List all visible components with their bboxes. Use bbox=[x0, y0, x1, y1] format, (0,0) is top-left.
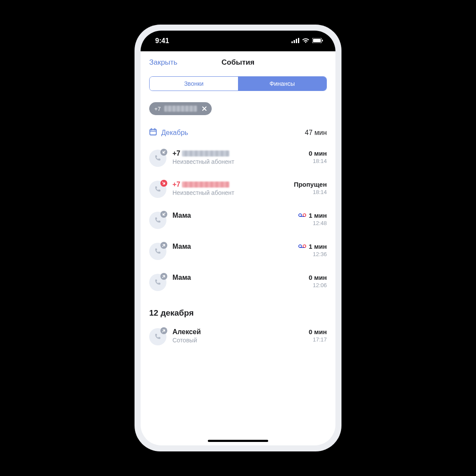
call-row[interactable]: +7 Неизвестный абонентПропущен18:14 bbox=[149, 173, 327, 204]
call-time: 12:48 bbox=[313, 220, 327, 226]
svg-rect-0 bbox=[291, 41, 293, 43]
call-avatar bbox=[149, 328, 166, 345]
svg-rect-5 bbox=[313, 39, 321, 42]
tab-calls[interactable]: Звонки bbox=[150, 77, 238, 91]
call-duration: Пропущен bbox=[294, 181, 327, 188]
call-row[interactable]: Мама0 мин12:06 bbox=[149, 266, 327, 297]
svg-rect-7 bbox=[150, 129, 157, 135]
direction-badge bbox=[160, 180, 167, 187]
redacted-number bbox=[182, 150, 229, 157]
section-header: 12 декабря bbox=[141, 297, 335, 320]
phone-frame: 9:41 Закрыть События Звонки Финансы bbox=[135, 25, 341, 451]
call-time: 12:06 bbox=[313, 282, 327, 288]
call-title-line: Мама bbox=[172, 243, 292, 251]
call-row[interactable]: +7 Неизвестный абонент0 мин18:14 bbox=[149, 142, 327, 173]
call-duration: 1 мин bbox=[298, 212, 327, 219]
redacted-number bbox=[182, 182, 229, 188]
call-title-line: Алексей bbox=[172, 328, 303, 336]
app-header: Закрыть События bbox=[141, 51, 335, 73]
signal-icon bbox=[291, 37, 299, 45]
call-avatar bbox=[149, 150, 166, 167]
call-main: Мама bbox=[172, 212, 292, 219]
call-right: Пропущен18:14 bbox=[294, 181, 327, 195]
battery-icon bbox=[312, 37, 323, 45]
call-time: 12:36 bbox=[313, 251, 327, 257]
home-indicator bbox=[208, 440, 268, 442]
tab-finance[interactable]: Финансы bbox=[238, 77, 326, 91]
close-button[interactable]: Закрыть bbox=[149, 58, 177, 67]
status-time: 9:41 bbox=[155, 37, 169, 45]
call-title-prefix: +7 bbox=[172, 150, 180, 157]
filter-chip-row: +7 bbox=[141, 91, 335, 119]
call-time: 18:14 bbox=[313, 189, 327, 195]
call-subtitle: Неизвестный абонент bbox=[172, 158, 303, 165]
call-title: Мама bbox=[172, 274, 191, 282]
call-right: 0 мин12:06 bbox=[309, 274, 327, 288]
call-main: +7 Неизвестный абонент bbox=[172, 150, 303, 165]
call-row[interactable]: АлексейСотовый0 мин17:17 bbox=[149, 320, 327, 351]
notch bbox=[195, 31, 281, 44]
call-row[interactable]: Мама1 мин12:36 bbox=[149, 235, 327, 266]
month-label: Декабрь bbox=[161, 129, 188, 137]
call-avatar bbox=[149, 181, 166, 198]
call-row[interactable]: Мама1 мин12:48 bbox=[149, 204, 327, 235]
call-duration: 1 мин bbox=[298, 243, 327, 250]
call-title-line: +7 bbox=[172, 150, 303, 157]
svg-rect-1 bbox=[294, 40, 295, 43]
status-icons bbox=[291, 37, 323, 45]
direction-badge bbox=[160, 273, 167, 280]
voicemail-icon bbox=[298, 213, 306, 218]
call-main: Мама bbox=[172, 274, 303, 282]
call-title: Мама bbox=[172, 243, 191, 251]
filter-chip-prefix: +7 bbox=[154, 106, 161, 112]
calendar-icon bbox=[149, 128, 157, 138]
call-title-prefix: +7 bbox=[172, 181, 180, 188]
call-subtitle: Сотовый bbox=[172, 337, 303, 344]
call-title: Алексей bbox=[172, 328, 201, 336]
call-time: 18:14 bbox=[313, 158, 327, 164]
phone-screen: 9:41 Закрыть События Звонки Финансы bbox=[141, 31, 335, 445]
svg-point-12 bbox=[303, 213, 306, 216]
svg-rect-3 bbox=[298, 38, 299, 43]
call-main: Мама bbox=[172, 243, 292, 251]
voicemail-icon bbox=[298, 244, 306, 249]
direction-badge bbox=[160, 242, 167, 249]
call-time: 17:17 bbox=[313, 336, 327, 343]
call-main: АлексейСотовый bbox=[172, 328, 303, 344]
month-picker[interactable]: Декабрь bbox=[149, 128, 188, 138]
call-avatar bbox=[149, 243, 166, 260]
call-title: Мама bbox=[172, 212, 191, 219]
direction-badge bbox=[160, 211, 167, 218]
call-main: +7 Неизвестный абонент bbox=[172, 181, 288, 196]
svg-rect-6 bbox=[322, 40, 323, 41]
direction-badge bbox=[160, 149, 167, 156]
call-duration: 0 мин bbox=[309, 274, 327, 281]
call-list: +7 Неизвестный абонент0 мин18:14+7 Неизв… bbox=[141, 142, 335, 297]
call-right: 1 мин12:48 bbox=[298, 212, 327, 226]
redacted-number bbox=[164, 106, 197, 112]
filter-chip[interactable]: +7 bbox=[149, 102, 212, 115]
call-duration: 0 мин bbox=[309, 328, 327, 335]
call-title-line: +7 bbox=[172, 181, 288, 188]
segmented-control: Звонки Финансы bbox=[149, 76, 327, 91]
svg-rect-2 bbox=[296, 39, 297, 43]
call-subtitle: Неизвестный абонент bbox=[172, 189, 288, 196]
month-row: Декабрь 47 мин bbox=[141, 119, 335, 142]
direction-badge bbox=[160, 327, 167, 334]
call-avatar bbox=[149, 274, 166, 291]
call-duration: 0 мин bbox=[309, 150, 327, 157]
page-title: События bbox=[222, 58, 254, 67]
call-title-line: Мама bbox=[172, 212, 292, 219]
svg-point-14 bbox=[299, 244, 301, 247]
call-right: 0 мин18:14 bbox=[309, 150, 327, 164]
call-title-line: Мама bbox=[172, 274, 303, 282]
month-total: 47 мин bbox=[305, 129, 327, 137]
wifi-icon bbox=[302, 37, 310, 45]
call-list-2: АлексейСотовый0 мин17:17 bbox=[141, 320, 335, 351]
call-right: 1 мин12:36 bbox=[298, 243, 327, 257]
call-right: 0 мин17:17 bbox=[309, 328, 327, 343]
svg-point-11 bbox=[299, 213, 301, 216]
svg-point-15 bbox=[303, 244, 306, 247]
call-avatar bbox=[149, 212, 166, 229]
chip-close-icon[interactable] bbox=[200, 105, 208, 113]
